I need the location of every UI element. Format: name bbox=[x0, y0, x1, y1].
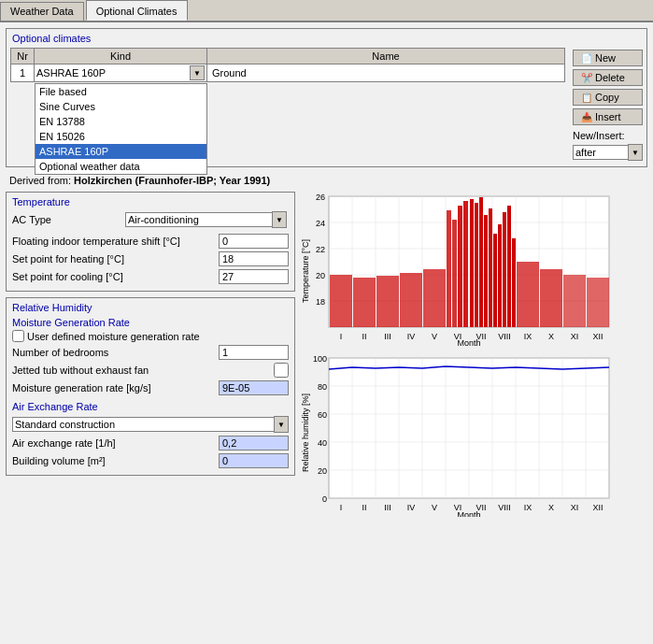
svg-text:26: 26 bbox=[316, 193, 325, 202]
air-exchange-arrow[interactable]: ▼ bbox=[274, 416, 289, 433]
svg-text:III: III bbox=[384, 332, 391, 341]
air-exchange-select-row: ▼ bbox=[12, 416, 289, 433]
copy-button[interactable]: 📋 Copy bbox=[573, 89, 643, 106]
delete-button[interactable]: ✂️ Delete bbox=[573, 69, 643, 86]
svg-rect-40 bbox=[503, 212, 506, 327]
svg-rect-24 bbox=[330, 275, 352, 327]
svg-rect-30 bbox=[452, 220, 457, 327]
kind-dropdown[interactable]: File based Sine Curves EN 13788 EN 15026… bbox=[35, 83, 207, 175]
dropdown-item-en13788[interactable]: EN 13788 bbox=[35, 114, 206, 129]
svg-rect-39 bbox=[498, 224, 502, 327]
num-bedrooms-label: Number of bedrooms bbox=[12, 347, 219, 358]
svg-text:0: 0 bbox=[322, 494, 327, 504]
copy-icon: 📋 bbox=[581, 93, 592, 103]
svg-text:I: I bbox=[340, 332, 343, 341]
svg-text:VIII: VIII bbox=[498, 332, 511, 341]
num-bedrooms-row: Number of bedrooms bbox=[12, 345, 289, 360]
humidity-chart-area: 100 80 60 40 20 0 I II III IV V VI VII bbox=[301, 353, 647, 517]
jetted-tub-label: Jetted tub without exhaust fan bbox=[12, 365, 274, 376]
svg-text:X: X bbox=[548, 332, 554, 341]
kind-value: ASHRAE 160P bbox=[36, 67, 190, 79]
svg-text:18: 18 bbox=[316, 297, 325, 307]
temperature-group: Temperature AC Type ▼ Floating indoor te… bbox=[6, 192, 295, 292]
svg-text:Relative humidity [%]: Relative humidity [%] bbox=[301, 394, 310, 472]
svg-text:V: V bbox=[432, 332, 437, 341]
kind-dropdown-arrow[interactable]: ▼ bbox=[190, 65, 205, 80]
svg-rect-33 bbox=[470, 199, 474, 327]
svg-rect-45 bbox=[563, 275, 586, 327]
ac-type-arrow[interactable]: ▼ bbox=[272, 211, 287, 228]
temp-field-1-input[interactable] bbox=[219, 251, 289, 266]
optional-climates-group: Optional climates Nr Kind Name 1 bbox=[6, 28, 647, 167]
svg-text:II: II bbox=[362, 503, 366, 512]
svg-text:X: X bbox=[548, 503, 554, 512]
right-panel: 26 24 22 20 18 bbox=[301, 192, 647, 517]
derived-from-label: Derived from: bbox=[9, 175, 71, 186]
air-exchange-rate-label: Air exchange rate [1/h] bbox=[12, 437, 219, 449]
temp-chart-svg: 26 24 22 20 18 bbox=[301, 192, 618, 346]
air-exchange-rate-row: Air exchange rate [1/h] bbox=[12, 436, 289, 451]
temp-field-2-label: Set point for cooling [°C] bbox=[12, 271, 219, 282]
moisture-rate-input[interactable] bbox=[219, 380, 289, 395]
air-exchange-rate-input[interactable] bbox=[219, 436, 289, 451]
svg-text:I: I bbox=[340, 503, 343, 512]
svg-text:IX: IX bbox=[524, 332, 532, 341]
num-bedrooms-input[interactable] bbox=[219, 345, 289, 360]
temp-field-2-input[interactable] bbox=[219, 269, 289, 284]
temp-field-1: Set point for heating [°C] bbox=[12, 251, 289, 266]
moisture-sub-title: Moisture Generation Rate bbox=[12, 317, 289, 328]
tab-optional-climates[interactable]: Optional Climates bbox=[86, 0, 188, 21]
name-input[interactable] bbox=[210, 66, 561, 79]
insert-icon: 📥 bbox=[581, 112, 592, 122]
ac-type-input[interactable] bbox=[125, 212, 273, 227]
user-defined-checkbox[interactable] bbox=[12, 330, 24, 342]
svg-rect-32 bbox=[463, 201, 468, 327]
row-kind: ASHRAE 160P ▼ File based Sine Curves EN … bbox=[35, 64, 207, 82]
insert-button[interactable]: 📥 Insert bbox=[573, 108, 643, 125]
temp-field-0: Floating indoor temperature shift [°C] bbox=[12, 234, 289, 249]
dropdown-item-ashrae160p[interactable]: ASHRAE 160P bbox=[35, 144, 206, 159]
humidity-chart-svg: 100 80 60 40 20 0 I II III IV V VI VII bbox=[301, 353, 618, 517]
svg-rect-27 bbox=[400, 273, 422, 327]
dropdown-item-optional-weather[interactable]: Optional weather data bbox=[35, 159, 206, 174]
tab-bar: Weather Data Optional Climates bbox=[0, 0, 653, 22]
climate-table: Nr Kind Name 1 ASHRAE 160P bbox=[10, 48, 565, 82]
dropdown-item-sine-curves[interactable]: Sine Curves bbox=[35, 99, 206, 114]
new-insert-value[interactable] bbox=[573, 145, 629, 160]
svg-text:Month: Month bbox=[457, 510, 480, 517]
svg-text:XII: XII bbox=[592, 503, 603, 512]
jetted-tub-checkbox[interactable] bbox=[274, 363, 289, 378]
svg-rect-44 bbox=[540, 269, 562, 327]
building-volume-input[interactable] bbox=[219, 453, 289, 468]
svg-text:VIII: VIII bbox=[498, 503, 511, 512]
svg-text:60: 60 bbox=[318, 410, 327, 420]
new-insert-arrow[interactable]: ▼ bbox=[628, 144, 643, 161]
tab-weather-data[interactable]: Weather Data bbox=[0, 2, 84, 21]
svg-rect-28 bbox=[423, 269, 446, 327]
svg-text:20: 20 bbox=[316, 271, 325, 280]
col-nr: Nr bbox=[11, 49, 35, 64]
temp-fields: Floating indoor temperature shift [°C] S… bbox=[12, 234, 289, 284]
new-button[interactable]: 📄 New bbox=[573, 50, 643, 66]
svg-rect-36 bbox=[484, 215, 488, 327]
air-exchange-select[interactable] bbox=[12, 417, 275, 432]
table-row: 1 ASHRAE 160P ▼ File based Sine bbox=[11, 64, 565, 82]
svg-text:V: V bbox=[432, 503, 437, 512]
new-label: New bbox=[595, 52, 616, 64]
delete-icon: ✂️ bbox=[581, 73, 592, 83]
humidity-title: Relative Humidity bbox=[12, 302, 289, 313]
temp-field-0-input[interactable] bbox=[219, 234, 289, 249]
svg-rect-37 bbox=[489, 208, 492, 327]
dropdown-item-file-based[interactable]: File based bbox=[35, 84, 206, 99]
derived-from-value: Holzkirchen (Fraunhofer-IBP; Year 1991) bbox=[74, 175, 270, 186]
new-insert-label: New/Insert: bbox=[573, 130, 643, 141]
dropdown-item-en15026[interactable]: EN 15026 bbox=[35, 129, 206, 144]
temp-field-1-label: Set point for heating [°C] bbox=[12, 253, 219, 265]
svg-rect-35 bbox=[479, 197, 483, 327]
svg-rect-34 bbox=[475, 203, 478, 327]
humidity-group: Relative Humidity Moisture Generation Ra… bbox=[6, 297, 295, 476]
svg-rect-26 bbox=[376, 276, 399, 327]
buttons-panel: 📄 New ✂️ Delete 📋 Copy 📥 Insert New/Inse… bbox=[569, 48, 643, 163]
insert-label: Insert bbox=[595, 111, 621, 122]
svg-rect-41 bbox=[507, 206, 511, 327]
